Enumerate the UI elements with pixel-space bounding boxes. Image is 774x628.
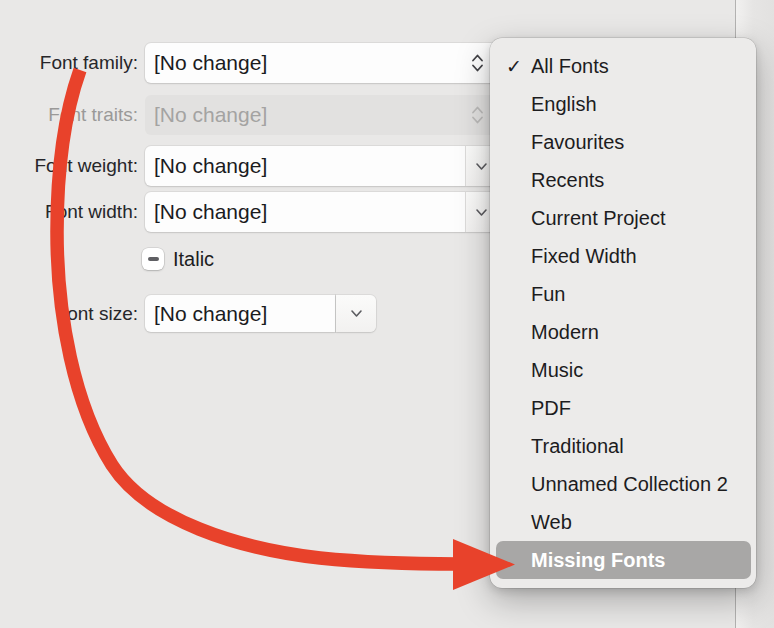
font-width-popup[interactable]: [No change] <box>145 192 497 232</box>
font-family-combobox[interactable]: [No change] <box>145 43 497 83</box>
stepper-updown-icon[interactable] <box>471 43 484 83</box>
menu-item-traditional[interactable]: Traditional <box>490 427 756 465</box>
font-size-dropdown-button[interactable] <box>336 295 376 332</box>
checkmark-icon: ✓ <box>506 55 531 78</box>
menu-item-music[interactable]: Music <box>490 351 756 389</box>
font-size-combobox[interactable]: [No change] <box>145 295 335 332</box>
menu-item-label: PDF <box>531 397 571 420</box>
menu-item-label: Unnamed Collection 2 <box>531 473 728 496</box>
chevron-down-icon <box>350 309 363 318</box>
italic-checkbox[interactable] <box>142 248 164 270</box>
screenshot-root: Font family: [No change] Font traits: [N… <box>0 0 774 628</box>
menu-item-all-fonts[interactable]: ✓All Fonts <box>490 47 756 85</box>
font-traits-label: Font traits: <box>0 95 138 135</box>
menu-item-fixed-width[interactable]: Fixed Width <box>490 237 756 275</box>
menu-item-unnamed-collection-2[interactable]: Unnamed Collection 2 <box>490 465 756 503</box>
menu-item-missing-fonts[interactable]: Missing Fonts <box>496 541 751 579</box>
font-size-value: [No change] <box>154 295 267 332</box>
font-width-value: [No change] <box>154 192 267 232</box>
mixed-state-dash-icon <box>148 257 159 260</box>
menu-item-modern[interactable]: Modern <box>490 313 756 351</box>
menu-item-label: Traditional <box>531 435 624 458</box>
menu-item-label: Web <box>531 511 572 534</box>
stepper-updown-icon-disabled <box>471 95 484 135</box>
menu-item-label: Fixed Width <box>531 245 637 268</box>
font-collections-menu: ✓All FontsEnglishFavouritesRecentsCurren… <box>490 38 756 588</box>
menu-item-label: Modern <box>531 321 599 344</box>
menu-item-label: Favourites <box>531 131 624 154</box>
menu-item-label: Music <box>531 359 583 382</box>
menu-item-current-project[interactable]: Current Project <box>490 199 756 237</box>
menu-item-label: Recents <box>531 169 604 192</box>
menu-item-label: English <box>531 93 597 116</box>
menu-item-web[interactable]: Web <box>490 503 756 541</box>
menu-item-label: Current Project <box>531 207 666 230</box>
menu-item-pdf[interactable]: PDF <box>490 389 756 427</box>
menu-item-recents[interactable]: Recents <box>490 161 756 199</box>
font-size-label: Font size: <box>0 295 138 332</box>
font-weight-popup[interactable]: [No change] <box>145 146 497 186</box>
menu-item-fun[interactable]: Fun <box>490 275 756 313</box>
font-width-label: Font width: <box>0 192 138 232</box>
menu-item-label: Fun <box>531 283 565 306</box>
font-traits-value: [No change] <box>154 95 267 135</box>
font-family-label: Font family: <box>0 43 138 83</box>
menu-item-label: Missing Fonts <box>531 549 665 572</box>
menu-item-favourites[interactable]: Favourites <box>490 123 756 161</box>
font-family-value: [No change] <box>154 43 267 83</box>
font-weight-label: Font weight: <box>0 146 138 186</box>
italic-label: Italic <box>173 248 214 270</box>
menu-item-english[interactable]: English <box>490 85 756 123</box>
font-weight-value: [No change] <box>154 146 267 186</box>
menu-item-label: All Fonts <box>531 55 609 78</box>
font-traits-combobox: [No change] <box>145 95 497 135</box>
